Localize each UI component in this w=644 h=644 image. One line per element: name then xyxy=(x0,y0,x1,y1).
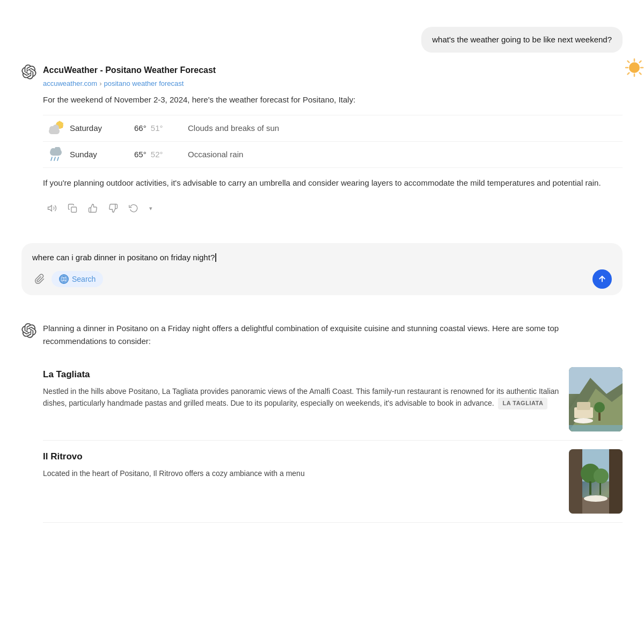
la-tagliata-name: La Tagliata xyxy=(43,367,560,382)
restaurant-content: Planning a dinner in Positano on a Frida… xyxy=(43,322,623,523)
weather-day-sunday: Sunday 65° 52° Occasional rain xyxy=(43,142,623,168)
il-ritrovo-desc: Located in the heart of Positano, Il Rit… xyxy=(43,467,560,479)
input-query-text: where can i grab dinner in positano on f… xyxy=(32,253,215,262)
user-message-1: what's the weather going to be like next… xyxy=(0,21,644,58)
svg-rect-42 xyxy=(599,483,601,495)
regenerate-button[interactable] xyxy=(125,200,143,216)
thumbs-down-button[interactable] xyxy=(104,200,122,216)
il-ritrovo-text: Il Ritrovo Located in the heart of Posit… xyxy=(43,449,560,514)
restaurant-card-il-ritrovo: Il Ritrovo Located in the heart of Posit… xyxy=(43,441,623,523)
svg-marker-21 xyxy=(48,206,52,211)
restaurant-intro-text: Planning a dinner in Positano on a Frida… xyxy=(43,322,623,348)
la-tagliata-desc: Nestled in the hills above Positano, La … xyxy=(43,385,560,409)
source-title: AccuWeather - Positano Weather Forecast xyxy=(43,63,623,77)
restaurant-card-la-tagliata: La Tagliata Nestled in the hills above P… xyxy=(43,358,623,441)
source-arrow: › xyxy=(99,78,101,90)
copy-button[interactable] xyxy=(63,200,82,216)
svg-point-40 xyxy=(594,469,609,484)
action-icons-row: ▾ xyxy=(43,200,623,216)
svg-line-6 xyxy=(640,73,641,75)
send-button[interactable] xyxy=(592,269,612,289)
search-globe-icon xyxy=(59,274,69,284)
sunday-temps: 65° 52° xyxy=(134,148,188,161)
weather-intro-text: For the weekend of November 2-3, 2024, h… xyxy=(43,93,623,106)
il-ritrovo-image xyxy=(569,449,623,514)
il-ritrovo-name: Il Ritrovo xyxy=(43,449,560,464)
weather-response-block: AccuWeather - Positano Weather Forecast … xyxy=(0,58,644,222)
volume-button[interactable] xyxy=(43,200,61,216)
input-cursor xyxy=(215,253,216,262)
user-message-text-1: what's the weather going to be like next… xyxy=(432,35,612,44)
svg-point-0 xyxy=(629,62,640,73)
thumbs-up-button[interactable] xyxy=(84,200,102,216)
saturday-name: Saturday xyxy=(70,122,134,135)
restaurant-response-block: Planning a dinner in Positano on a Frida… xyxy=(0,317,644,528)
section-divider-2 xyxy=(0,301,644,317)
input-box[interactable]: where can i grab dinner in positano on f… xyxy=(21,243,623,295)
svg-line-18 xyxy=(51,157,52,160)
saturday-high: 66° xyxy=(134,123,147,133)
saturday-temps: 66° 51° xyxy=(134,122,188,135)
svg-rect-22 xyxy=(71,207,77,213)
saturday-desc: Clouds and breaks of sun xyxy=(188,122,279,135)
sunday-high: 65° xyxy=(134,150,147,159)
attach-button[interactable] xyxy=(32,272,47,287)
sunday-low: 52° xyxy=(151,150,163,159)
user-bubble-1: what's the weather going to be like next… xyxy=(421,27,623,53)
svg-point-31 xyxy=(574,418,593,423)
input-toolbar-left: Search xyxy=(32,271,103,287)
sunday-desc: Occasional rain xyxy=(188,148,243,161)
search-label: Search xyxy=(72,275,96,283)
saturday-low: 51° xyxy=(151,123,163,133)
svg-point-33 xyxy=(594,402,605,413)
svg-line-20 xyxy=(57,157,58,160)
input-toolbar: Search xyxy=(32,269,612,289)
input-section: where can i grab dinner in positano on f… xyxy=(0,238,644,301)
svg-line-5 xyxy=(628,61,630,63)
svg-line-7 xyxy=(640,61,641,63)
source-path: positano weather forecast xyxy=(104,78,184,90)
svg-point-44 xyxy=(584,495,608,502)
sun-decoration xyxy=(625,58,644,81)
la-tagliata-image xyxy=(569,367,623,431)
la-tagliata-text: La Tagliata Nestled in the hills above P… xyxy=(43,367,560,431)
source-url: accuweather.com › positano weather forec… xyxy=(43,78,623,90)
more-options-button[interactable]: ▾ xyxy=(145,202,157,215)
weather-days-table: Saturday 66° 51° Clouds and breaks of su… xyxy=(43,115,623,168)
input-text-display: where can i grab dinner in positano on f… xyxy=(32,252,612,263)
svg-rect-34 xyxy=(569,425,623,431)
weather-advice-text: If you're planning outdoor activities, i… xyxy=(43,177,623,189)
svg-rect-36 xyxy=(569,449,582,514)
svg-line-19 xyxy=(54,157,55,160)
saturday-icon xyxy=(43,121,70,136)
svg-point-14 xyxy=(53,125,59,131)
section-divider-1 xyxy=(0,222,644,238)
weather-day-saturday: Saturday 66° 51° Clouds and breaks of su… xyxy=(43,115,623,142)
svg-rect-41 xyxy=(589,481,591,495)
svg-rect-37 xyxy=(609,449,623,514)
weather-content: AccuWeather - Positano Weather Forecast … xyxy=(43,63,623,216)
weather-source: AccuWeather - Positano Weather Forecast … xyxy=(43,63,623,89)
search-button[interactable]: Search xyxy=(52,271,103,287)
assistant-avatar-2 xyxy=(21,323,36,338)
assistant-avatar xyxy=(21,64,36,79)
sunday-name: Sunday xyxy=(70,148,134,161)
svg-rect-30 xyxy=(577,402,590,410)
la-tagliata-tag: LA TAGLIATA xyxy=(498,398,547,409)
svg-line-8 xyxy=(628,73,630,75)
source-domain: accuweather.com xyxy=(43,78,97,90)
sunday-icon xyxy=(43,147,70,162)
